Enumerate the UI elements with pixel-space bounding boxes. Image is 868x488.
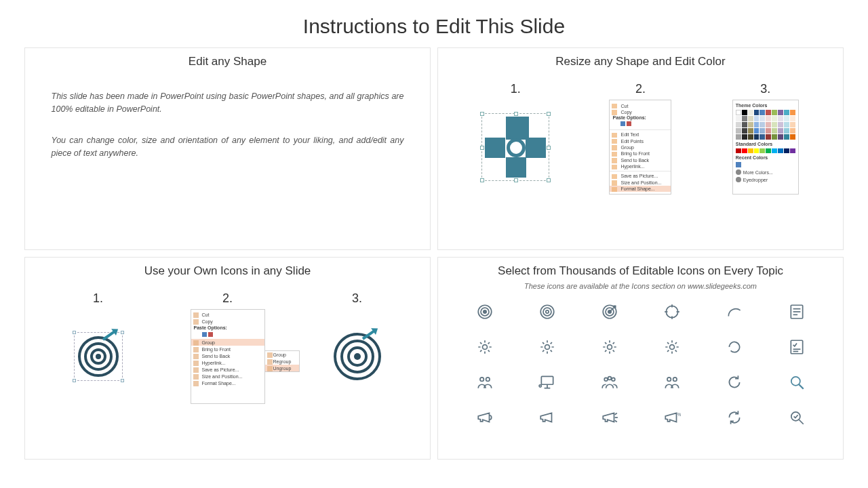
menu-item: Group [191, 339, 264, 346]
svg-point-35 [667, 378, 670, 381]
svg-point-3 [540, 305, 554, 319]
arc-icon [707, 297, 762, 327]
megaphone-icon [520, 403, 574, 432]
step: 2. Cut Copy Paste Options: Edit Text Edi… [603, 82, 677, 184]
link: Eyedropper [743, 178, 768, 182]
menu-item: Edit Points [610, 138, 671, 144]
icon-grid: % [458, 297, 824, 449]
step: 1. [478, 82, 553, 184]
magnifier-icon [770, 367, 824, 397]
step: 1. [61, 291, 136, 394]
menu-label: Paste Options: [610, 115, 671, 120]
svg-line-39 [614, 413, 616, 415]
step-number: 3. [352, 291, 362, 306]
megaphone-icon [458, 403, 512, 432]
people-icon [645, 367, 699, 397]
context-menu-thumbnail: Cut Copy Paste Options: Edit Text Edit P… [603, 110, 677, 184]
menu-item: Cut [610, 102, 671, 108]
step-number: 2. [222, 291, 233, 306]
paragraph: This slide has been made in PowerPoint u… [52, 90, 404, 117]
menu-item: Cut [191, 311, 264, 318]
heading: Standard Colors [736, 142, 795, 146]
step: 3. Theme Colors Standard Colors [728, 82, 803, 184]
target-icon [458, 297, 512, 327]
menu-item: Copy [610, 108, 671, 115]
page-title: Instructions to Edit This Slide [0, 0, 868, 47]
menu-item: Hyperlink... [610, 163, 671, 169]
menu-item: Edit Text [610, 131, 671, 138]
panel-body: This slide has been made in PowerPoint u… [52, 73, 404, 161]
group-menu-thumbnail: Cut Copy Paste Options: Group Bring to F… [177, 319, 279, 394]
step-number: 3. [760, 82, 770, 96]
steps-row: 1. 2. Cut Copy Paste Options: [453, 82, 828, 240]
svg-point-34 [612, 378, 615, 381]
svg-point-4 [543, 308, 551, 316]
checklist-icon [770, 332, 824, 362]
step: 3. [320, 291, 395, 394]
svg-line-38 [799, 384, 804, 389]
panel-title: Select from Thousands of Editable Icons … [498, 264, 783, 278]
panel-title: Use your Own Icons in any Slide [144, 264, 311, 278]
megaphone-percent-icon: % [645, 403, 699, 432]
refresh-arc-icon [707, 332, 762, 362]
refresh-icon [707, 367, 762, 397]
menu-item: Send to Back [610, 157, 671, 163]
menu-item: Send to Back [191, 352, 264, 359]
step-number: 1. [93, 291, 103, 306]
menu-item: Bring to Front [610, 150, 671, 157]
presentation-icon [520, 367, 574, 397]
svg-point-32 [604, 378, 608, 381]
svg-point-43 [791, 412, 800, 421]
menu-item: Group [610, 144, 671, 150]
svg-point-36 [673, 378, 676, 381]
target-dart-icon [583, 297, 637, 327]
step: 2. Cut Copy Paste Options: Group Bring t… [177, 291, 279, 394]
svg-text:%: % [677, 412, 680, 417]
steps-row: 1. 2. Cut Copy Paste Options: [40, 291, 415, 449]
svg-point-5 [545, 310, 548, 313]
menu-label: Paste Options: [191, 325, 264, 331]
svg-point-2 [483, 310, 486, 313]
menu-item: Group [265, 351, 299, 358]
gear-icon [520, 332, 574, 362]
panel-edit-shape: Edit any Shape This slide has been made … [24, 47, 431, 250]
panel-resize-color: Resize any Shape and Edit Color 1. 2. Cu… [437, 47, 844, 250]
svg-line-41 [614, 420, 616, 422]
menu-item: Copy [191, 318, 264, 325]
people-icon [583, 367, 637, 397]
list-icon [770, 297, 824, 327]
menu-item: Ungroup [265, 365, 299, 371]
panel-title: Resize any Shape and Edit Color [555, 55, 725, 68]
svg-point-20 [545, 345, 549, 350]
target-selected-thumbnail [61, 319, 136, 394]
svg-point-27 [486, 378, 489, 381]
svg-point-26 [479, 378, 483, 381]
step-number: 2. [635, 82, 646, 96]
menu-item: Save as Picture... [191, 366, 264, 373]
paragraph: You can change color, size and orientati… [52, 134, 404, 161]
panel-subtitle: These icons are available at the Icons s… [524, 282, 757, 290]
heading: Recent Colors [736, 155, 795, 160]
panel-icon-library: Select from Thousands of Editable Icons … [437, 257, 844, 460]
link: More Colors... [743, 170, 773, 175]
submenu: Group Regroup Ungroup [264, 350, 300, 372]
menu-item: Regroup [265, 358, 299, 365]
step-number: 1. [511, 82, 521, 96]
gear-icon [645, 332, 699, 362]
panels-grid: Edit any Shape This slide has been made … [0, 47, 868, 479]
svg-line-44 [799, 420, 804, 424]
menu-item: Format Shape... [191, 380, 264, 386]
svg-point-37 [791, 377, 800, 386]
svg-point-33 [608, 377, 611, 380]
refresh-icon [707, 403, 762, 432]
magnifier-check-icon [770, 403, 824, 432]
svg-point-22 [669, 345, 674, 350]
menu-item: Hyperlink... [191, 359, 264, 366]
menu-item: Format Shape... [610, 186, 671, 192]
target-icon [520, 297, 574, 327]
menu-item: Size and Position... [610, 179, 671, 185]
gear-icon [458, 332, 512, 362]
svg-rect-28 [541, 376, 553, 384]
svg-point-19 [482, 345, 487, 350]
megaphone-icon [583, 403, 637, 432]
